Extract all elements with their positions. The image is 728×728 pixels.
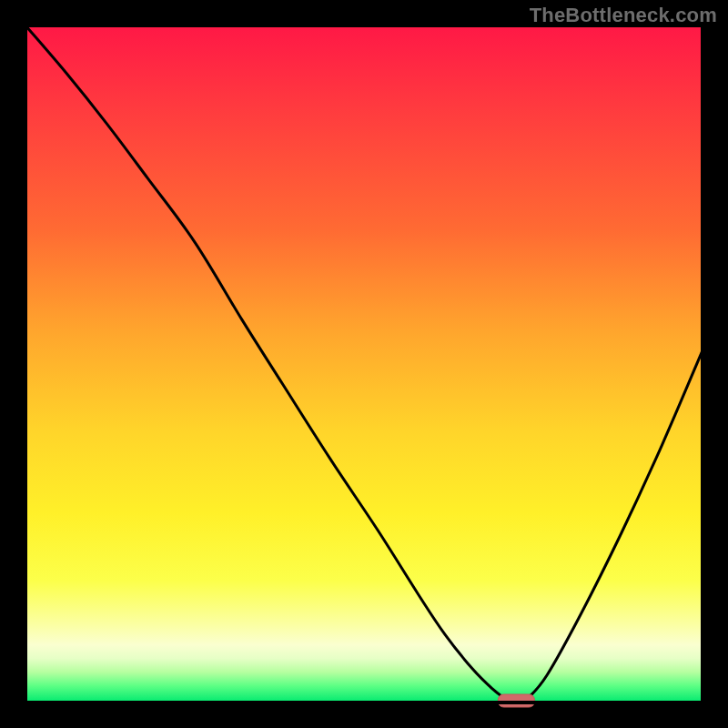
bottleneck-chart [0, 0, 728, 728]
chart-stage: TheBottleneck.com [0, 0, 728, 728]
watermark-text: TheBottleneck.com [530, 4, 717, 27]
plot-area [25, 25, 703, 703]
